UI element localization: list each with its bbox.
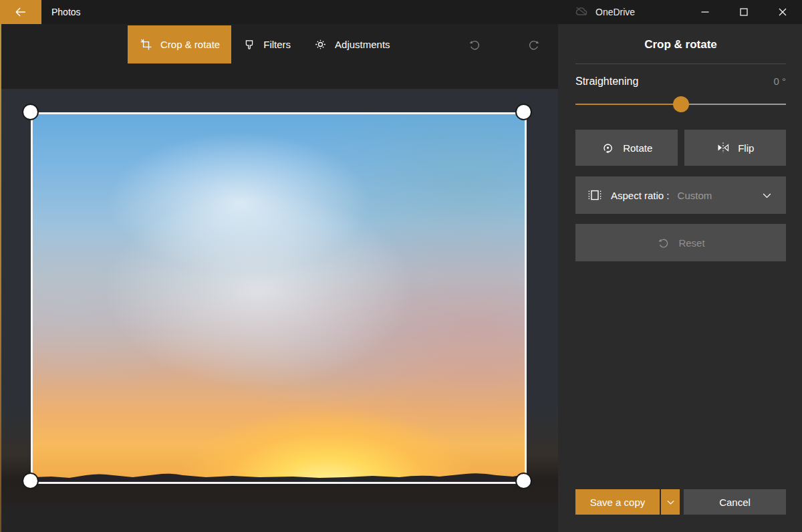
tab-crop-rotate[interactable]: Crop & rotate [128, 25, 231, 63]
adjustments-icon [313, 37, 327, 51]
edit-tabs: Crop & rotate Filters Adjustments [128, 25, 402, 63]
aspect-ratio-button[interactable]: Aspect ratio : Custom [575, 176, 786, 214]
window-left-accent-edge [0, 24, 1, 532]
reset-button[interactable]: Reset [575, 224, 786, 261]
panel-footer: Save a copy Cancel [575, 489, 786, 515]
back-arrow-icon [13, 5, 28, 19]
save-options-dropdown-button[interactable] [661, 489, 680, 515]
redo-icon [526, 37, 541, 52]
aspect-ratio-icon [587, 187, 603, 203]
maximize-icon [739, 7, 749, 17]
app-title: Photos [51, 0, 81, 24]
crop-rotate-panel: Crop & rotate Straightening 0 ° Rotate [558, 24, 802, 532]
horizon-silhouette [33, 467, 525, 482]
tab-filters[interactable]: Filters [231, 25, 302, 63]
edit-toolbar: Crop & rotate Filters Adjustments [0, 24, 558, 89]
flip-button-label: Flip [738, 142, 754, 154]
undo-button[interactable] [460, 25, 489, 63]
chevron-down-icon [761, 190, 773, 201]
straightening-value: 0 ° [773, 76, 786, 87]
sunset-photo [33, 114, 525, 482]
straightening-row: Straightening 0 ° [575, 76, 786, 88]
onedrive-status[interactable]: OneDrive [573, 0, 635, 24]
filters-icon [243, 38, 256, 51]
cancel-button[interactable]: Cancel [684, 489, 786, 515]
crop-handle[interactable] [22, 473, 39, 489]
straightening-slider[interactable] [575, 96, 786, 113]
crop-box[interactable] [31, 112, 527, 484]
photo-canvas [0, 89, 558, 505]
onedrive-cloud-offline-icon [573, 4, 589, 20]
panel-divider [575, 63, 786, 64]
straightening-slider-fill [575, 104, 681, 105]
undo-icon [467, 37, 483, 52]
rotate-flip-row: Rotate Flip [575, 130, 786, 166]
window-controls [686, 0, 802, 24]
back-button[interactable] [0, 0, 41, 24]
minimize-button[interactable] [686, 0, 724, 24]
tab-crop-rotate-label: Crop & rotate [160, 39, 220, 50]
onedrive-label: OneDrive [595, 7, 635, 17]
tab-adjustments[interactable]: Adjustments [302, 25, 402, 63]
panel-title: Crop & rotate [575, 38, 786, 51]
crop-handle[interactable] [22, 104, 39, 120]
rotate-button-label: Rotate [623, 142, 652, 154]
aspect-ratio-value: Custom [678, 190, 712, 201]
rotate-button[interactable]: Rotate [575, 130, 678, 166]
straightening-slider-thumb[interactable] [673, 96, 689, 112]
maximize-button[interactable] [724, 0, 763, 24]
photos-app-window: Photos OneDrive [0, 0, 802, 532]
flip-icon [716, 140, 730, 155]
aspect-ratio-label: Aspect ratio : [611, 190, 670, 201]
save-a-copy-button[interactable]: Save a copy [575, 489, 660, 515]
minimize-icon [700, 7, 710, 17]
tab-filters-label: Filters [263, 39, 291, 50]
close-button[interactable] [763, 0, 802, 24]
titlebar: Photos OneDrive [0, 0, 802, 24]
rotate-icon [600, 140, 616, 156]
straightening-label: Straightening [575, 76, 638, 88]
redo-button[interactable] [519, 25, 548, 63]
crop-handle[interactable] [515, 104, 532, 120]
close-icon [777, 7, 788, 17]
chevron-down-icon [666, 497, 676, 507]
tab-adjustments-label: Adjustments [335, 39, 390, 50]
crop-handle[interactable] [515, 473, 532, 489]
reset-button-label: Reset [678, 237, 704, 249]
crop-icon [139, 37, 153, 51]
flip-button[interactable]: Flip [684, 130, 787, 166]
reset-icon [656, 235, 671, 250]
